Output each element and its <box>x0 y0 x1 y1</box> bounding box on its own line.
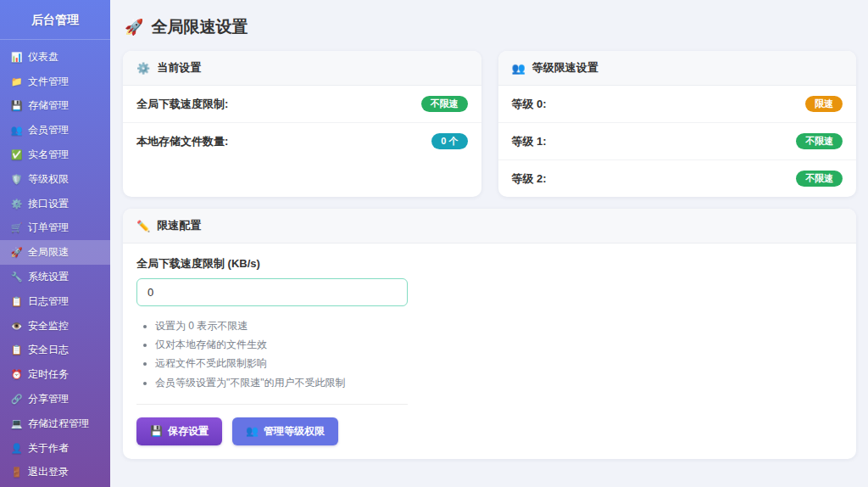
sidebar-item-order-management[interactable]: 🛒 订单管理 <box>0 216 110 241</box>
sidebar: 后台管理 📊 仪表盘 📁 文件管理 💾 存储管理 👥 会员管理 ✅ 实名管理 🛡… <box>0 0 110 487</box>
pencil-icon: ✏️ <box>136 220 150 232</box>
sidebar-item-scheduled-tasks[interactable]: ⏰ 定时任务 <box>0 362 110 387</box>
sidebar-item-label: 接口设置 <box>28 197 69 211</box>
sidebar-item-label: 退出登录 <box>28 465 69 479</box>
rocket-icon: 🚀 <box>125 18 143 36</box>
wrench-icon: 🔧 <box>10 271 23 283</box>
status-badge: 不限速 <box>796 171 843 187</box>
sidebar-item-dashboard[interactable]: 📊 仪表盘 <box>0 45 110 70</box>
clipboard-icon: 📋 <box>10 344 23 355</box>
sidebar-item-about-author[interactable]: 👤 关于作者 <box>0 436 110 461</box>
sidebar-item-log-management[interactable]: 📋 日志管理 <box>0 289 110 314</box>
cart-icon: 🛒 <box>10 222 23 233</box>
sidebar-item-global-speed-limit[interactable]: 🚀 全局限速 <box>0 240 110 265</box>
card-title: 限速配置 <box>157 218 201 233</box>
users-icon: 👥 <box>246 425 259 437</box>
sidebar-item-level-permissions[interactable]: 🛡️ 等级权限 <box>0 167 110 192</box>
eye-icon: 👁️ <box>10 321 23 332</box>
sidebar-item-system-settings[interactable]: 🔧 系统设置 <box>0 265 110 289</box>
sidebar-item-label: 等级权限 <box>28 172 69 187</box>
rocket-icon: 🚀 <box>10 247 23 258</box>
floppy-disk-icon: 💾 <box>150 425 163 437</box>
check-icon: ✅ <box>10 149 23 160</box>
speed-config-header: ✏️ 限速配置 <box>123 209 856 244</box>
button-label: 管理等级权限 <box>264 424 325 439</box>
hints-list: 设置为 0 表示不限速 仅对本地存储的文件生效 远程文件不受此限制影响 会员等级… <box>136 316 843 392</box>
sidebar-item-security-log[interactable]: 📋 安全日志 <box>0 339 110 363</box>
sidebar-item-label: 仪表盘 <box>28 50 58 64</box>
sidebar-item-label: 实名管理 <box>28 148 69 162</box>
sidebar-item-label: 定时任务 <box>28 367 69 382</box>
sidebar-item-label: 安全日志 <box>28 343 69 357</box>
door-icon: 🚪 <box>10 467 23 478</box>
stat-row-global-limit: 全局下载速度限制: 不限速 <box>123 86 481 123</box>
stat-label: 等级 0: <box>512 97 547 112</box>
status-badge: 不限速 <box>796 133 843 149</box>
sidebar-nav: 📊 仪表盘 📁 文件管理 💾 存储管理 👥 会员管理 ✅ 实名管理 🛡️ 等级权… <box>0 40 110 484</box>
page-title: 🚀 全局限速设置 <box>125 16 856 38</box>
hint-item: 设置为 0 表示不限速 <box>155 316 843 335</box>
level-limits-card: 👥 等级限速设置 等级 0: 限速 等级 1: 不限速 等级 2: 不限速 <box>498 51 857 197</box>
sidebar-item-share-management[interactable]: 🔗 分享管理 <box>0 387 110 411</box>
divider <box>136 404 408 405</box>
sidebar-item-logout[interactable]: 🚪 退出登录 <box>0 461 110 485</box>
sidebar-item-file-management[interactable]: 📁 文件管理 <box>0 70 110 94</box>
stat-row-level-0: 等级 0: 限速 <box>498 86 857 123</box>
sidebar-item-api-settings[interactable]: ⚙️ 接口设置 <box>0 192 110 216</box>
sidebar-item-security-monitoring[interactable]: 👁️ 安全监控 <box>0 314 110 339</box>
gear-icon: ⚙️ <box>10 199 23 210</box>
sidebar-item-label: 存储管理 <box>28 98 69 113</box>
sidebar-item-label: 存储过程管理 <box>28 417 89 431</box>
status-badge: 限速 <box>805 96 843 112</box>
speed-config-card: ✏️ 限速配置 全局下载速度限制 (KB/s) 设置为 0 表示不限速 仅对本地… <box>123 209 856 459</box>
button-row: 💾 保存设置 👥 管理等级权限 <box>136 417 843 445</box>
speed-config-body: 全局下载速度限制 (KB/s) 设置为 0 表示不限速 仅对本地存储的文件生效 … <box>123 244 856 459</box>
level-limits-header: 👥 等级限速设置 <box>498 51 857 86</box>
stat-row-level-1: 等级 1: 不限速 <box>498 123 857 160</box>
manage-levels-button[interactable]: 👥 管理等级权限 <box>232 417 338 445</box>
sidebar-item-realname-management[interactable]: ✅ 实名管理 <box>0 143 110 167</box>
sidebar-item-stored-procedure-management[interactable]: 💻 存储过程管理 <box>0 411 110 436</box>
sidebar-item-label: 全局限速 <box>28 245 69 260</box>
current-settings-header: ⚙️ 当前设置 <box>123 51 481 86</box>
alarm-clock-icon: ⏰ <box>10 369 23 380</box>
sidebar-item-label: 关于作者 <box>28 441 69 456</box>
stat-label: 等级 2: <box>512 171 547 187</box>
sidebar-item-member-management[interactable]: 👥 会员管理 <box>0 118 110 143</box>
current-settings-card: ⚙️ 当前设置 全局下载速度限制: 不限速 本地存储文件数量: 0 个 <box>123 51 481 197</box>
laptop-icon: 💻 <box>10 418 23 429</box>
hint-item: 远程文件不受此限制影响 <box>155 354 843 372</box>
speed-limit-input[interactable] <box>136 278 408 306</box>
gear-icon: ⚙️ <box>136 62 150 75</box>
button-label: 保存设置 <box>168 424 209 439</box>
stat-row-level-2: 等级 2: 不限速 <box>498 160 857 197</box>
status-badge: 不限速 <box>421 96 468 112</box>
users-icon: 👥 <box>10 125 23 136</box>
sidebar-item-label: 分享管理 <box>28 392 69 406</box>
link-icon: 🔗 <box>10 394 23 405</box>
sidebar-item-storage-management[interactable]: 💾 存储管理 <box>0 94 110 119</box>
app-title: 后台管理 <box>0 0 110 40</box>
stat-label: 等级 1: <box>512 134 547 149</box>
sidebar-item-label: 安全监控 <box>28 319 69 333</box>
sidebar-item-label: 文件管理 <box>28 75 69 89</box>
stat-row-local-files: 本地存储文件数量: 0 个 <box>123 123 481 160</box>
top-cards-row: ⚙️ 当前设置 全局下载速度限制: 不限速 本地存储文件数量: 0 个 👥 等级… <box>123 51 856 197</box>
clipboard-icon: 📋 <box>10 296 23 307</box>
folder-icon: 📁 <box>10 76 23 87</box>
card-title: 当前设置 <box>157 60 201 76</box>
stat-label: 本地存储文件数量: <box>136 134 228 149</box>
shield-icon: 🛡️ <box>10 174 23 185</box>
hint-item: 会员等级设置为"不限速"的用户不受此限制 <box>155 373 843 392</box>
person-icon: 👤 <box>10 443 23 454</box>
main-content: 🚀 全局限速设置 ⚙️ 当前设置 全局下载速度限制: 不限速 本地存储文件数量:… <box>110 0 868 487</box>
sidebar-item-label: 会员管理 <box>28 123 69 137</box>
save-settings-button[interactable]: 💾 保存设置 <box>136 417 222 445</box>
page-title-text: 全局限速设置 <box>151 16 248 38</box>
sidebar-item-label: 日志管理 <box>28 294 69 309</box>
card-title: 等级限速设置 <box>532 60 598 76</box>
hint-item: 仅对本地存储的文件生效 <box>155 335 843 354</box>
stat-label: 全局下载速度限制: <box>136 97 228 112</box>
users-icon: 👥 <box>512 62 526 75</box>
count-badge: 0 个 <box>431 133 467 149</box>
